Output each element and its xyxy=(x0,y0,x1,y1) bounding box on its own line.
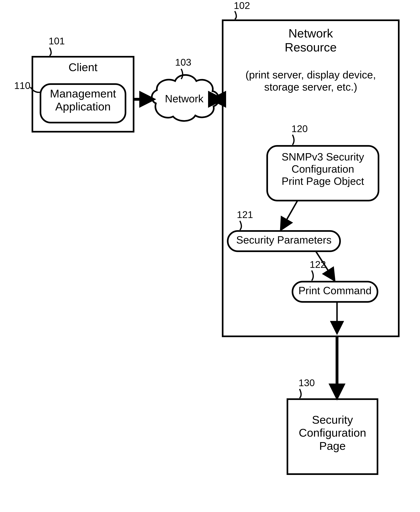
svg-line-9 xyxy=(281,201,298,229)
ref-102: 102 xyxy=(234,0,250,11)
print-command-node: Print Command xyxy=(292,285,377,297)
resource-title-line2: Resource xyxy=(223,40,399,54)
security-config-page-node: Security Configuration Page xyxy=(287,413,377,452)
resource-sub-line2: storage server, etc.) xyxy=(223,81,399,93)
secpage-line1: Security xyxy=(287,413,377,426)
ref-122: 122 xyxy=(310,259,326,270)
mgmt-line2: Application xyxy=(40,100,126,113)
ref-130: 130 xyxy=(299,377,315,388)
ref-121: 121 xyxy=(237,209,253,220)
security-params-node: Security Parameters xyxy=(228,234,340,246)
snmp-line1: SNMPv3 Security xyxy=(267,151,378,163)
ref-101: 101 xyxy=(49,35,65,47)
secpage-line3: Page xyxy=(287,440,377,452)
ref-120: 120 xyxy=(292,123,308,134)
mgmt-app-node: Management Application xyxy=(40,87,126,113)
ref-103: 103 xyxy=(175,57,191,68)
client-title: Client xyxy=(32,61,134,74)
resource-sub-line1: (print server, display device, xyxy=(223,69,399,81)
diagram-canvas: 101 110 103 102 120 121 122 130 Client M… xyxy=(0,0,420,512)
secpage-line2: Configuration xyxy=(287,426,377,439)
network-node: Network xyxy=(156,93,212,105)
snmp-line2: Configuration xyxy=(267,163,378,175)
mgmt-line1: Management xyxy=(40,87,126,100)
ref-110: 110 xyxy=(14,80,30,91)
resource-subtitle: (print server, display device, storage s… xyxy=(223,69,399,93)
snmp-line3: Print Page Object xyxy=(267,175,378,187)
resource-title: Network Resource xyxy=(223,26,399,54)
snmp-node: SNMPv3 Security Configuration Print Page… xyxy=(267,151,378,187)
resource-title-line1: Network xyxy=(223,26,399,40)
